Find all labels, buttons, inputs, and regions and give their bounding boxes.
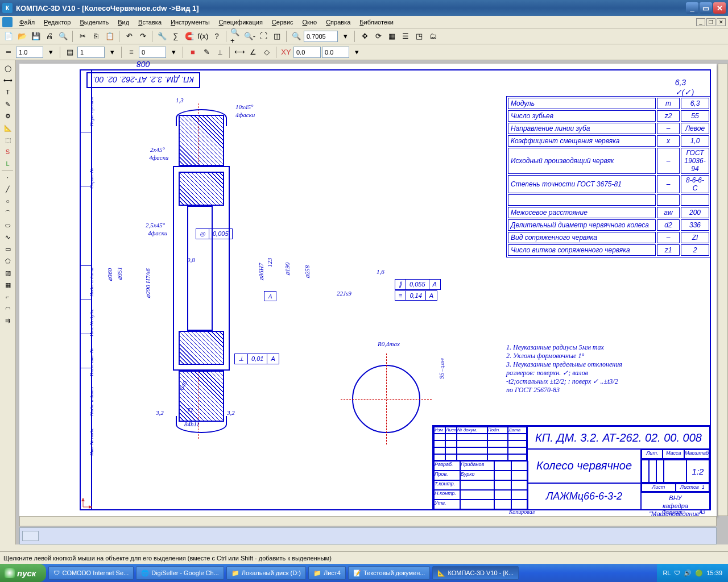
pan-icon[interactable]: ✥ [358,30,371,43]
rect-icon[interactable]: ▭ [2,243,14,255]
tray-icon[interactable]: 🛡 [674,569,680,576]
task-sheet[interactable]: 📁 Лист4 [308,566,346,580]
measure-icon[interactable]: 📐 [2,122,14,134]
tree-icon[interactable]: 🗂 [427,30,439,43]
ortho-icon[interactable]: ⟂ [214,46,226,59]
hatch2-icon[interactable]: ▦ [2,279,14,290]
poly-icon[interactable]: ⬠ [2,255,14,267]
select-icon[interactable]: ⬚ [2,134,14,146]
lib-icon[interactable]: L [2,158,14,169]
layer-input[interactable]: 1 [77,47,105,58]
param-icon[interactable]: ⚙ [2,110,14,122]
fx-icon[interactable]: f(x) [197,30,209,43]
redo-icon[interactable]: ↷ [136,30,149,43]
color-icon[interactable]: ■ [187,46,199,59]
start-button[interactable]: пуск [0,564,46,582]
tray-icon[interactable]: 🔊 [684,569,692,577]
spline-icon[interactable]: ∿ [2,231,14,243]
style-dd[interactable]: ▾ [167,46,180,59]
new-icon[interactable]: 📄 [2,30,15,43]
paste-icon[interactable]: 📋 [104,30,116,43]
task-disk[interactable]: 📁 Локальный диск (D:) [226,566,306,580]
menu-editor[interactable]: Редактор [39,18,75,27]
task-chrome[interactable]: 🌐 DigiSeller - Google Ch... [136,566,224,580]
vars-icon[interactable]: ∑ [169,30,182,43]
snap-icon[interactable]: ✎ [200,46,213,59]
line-icon[interactable]: ╱ [2,184,14,195]
cut-icon[interactable]: ✂ [76,30,89,43]
point-icon[interactable]: · [2,172,14,183]
menu-view[interactable]: Вид [113,18,134,27]
grid-icon[interactable]: ▦ [386,30,398,43]
offset-icon[interactable]: ⇉ [2,315,14,326]
mdi-restore[interactable]: ❐ [706,18,715,26]
maximize-button[interactable]: ▭ [700,2,712,14]
undo-icon[interactable]: ↶ [123,30,135,43]
chamfer-icon[interactable]: ⌐ [2,291,14,302]
system-tray[interactable]: RL 🛡 🔊 🟢 15:39 [657,564,728,582]
zoom-fit-icon[interactable]: ⛶ [257,30,270,43]
linewidth-input[interactable]: 1.0 [16,47,43,58]
task-kompas[interactable]: 📐 КОМПАС-3D V10 - [К... [432,566,519,580]
clock[interactable]: 15:39 [706,569,722,576]
arc-icon[interactable]: ⌒ [2,207,14,219]
geom-icon[interactable]: ◯ [2,63,14,74]
menu-tools[interactable]: Инструменты [166,18,214,27]
hatch-icon[interactable]: ▨ [2,267,14,278]
menu-window[interactable]: Окно [298,18,322,27]
zoom-prev-icon[interactable]: 🔍 [290,30,303,43]
zoom-in-icon[interactable]: 🔍+ [230,30,242,43]
open-icon[interactable]: 📂 [16,30,28,43]
angle-icon[interactable]: ∠ [247,46,259,59]
coord-dd[interactable]: ▾ [350,46,363,59]
style-icon[interactable]: ≡ [125,46,138,59]
fillet-icon[interactable]: ◠ [2,303,14,314]
menu-service[interactable]: Сервис [267,18,298,27]
zoom-dd-icon[interactable]: ▾ [339,30,351,43]
mdi-min[interactable]: _ [696,18,705,26]
drawing-canvas[interactable]: КП. ДМ. 3.2. АТ-262. 02. 00. 008 Перв. п… [19,64,717,516]
menu-help[interactable]: Справка [321,18,355,27]
magnet-icon[interactable]: 🧲 [183,30,196,43]
props-icon[interactable]: 🔧 [156,30,168,43]
style-input[interactable]: 0 [139,47,166,58]
linestyle-icon[interactable]: ━ [2,46,15,59]
ellipse-icon[interactable]: ⬭ [2,219,14,231]
text-icon[interactable]: T [2,86,14,98]
zoom-window-icon[interactable]: ◫ [271,30,283,43]
tray-icon[interactable]: 🟢 [695,569,703,577]
minimize-button[interactable]: _ [686,2,698,14]
dim-icon[interactable]: ⟷ [233,46,246,59]
menu-spec[interactable]: Спецификация [214,18,267,27]
page-tab-1[interactable] [22,531,39,541]
menu-insert[interactable]: Вставка [134,18,166,27]
vscroll[interactable] [718,64,728,516]
zoom-input[interactable]: 0.7005 [304,31,338,42]
edit-icon[interactable]: ✎ [2,98,14,110]
spec-icon[interactable]: S [2,146,14,157]
coord-icon[interactable]: XY [280,46,292,59]
task-notepad[interactable]: 📝 Текстовый докумен... [348,566,430,580]
print-icon[interactable]: 🖨 [43,30,56,43]
preview-icon[interactable]: 🔍 [57,30,69,43]
mdi-close[interactable]: ✕ [717,18,726,26]
zoom-out-icon[interactable]: 🔍- [243,30,256,43]
help-icon[interactable]: ? [210,30,223,43]
save-icon[interactable]: 💾 [30,30,42,43]
y-input[interactable]: 0.0 [322,47,349,58]
close-button[interactable]: ✕ [713,2,726,14]
x-input[interactable]: 0.0 [293,47,321,58]
menu-file[interactable]: Файл [15,18,39,27]
lang-indicator[interactable]: RL [663,569,671,576]
layers-icon[interactable]: ☰ [399,30,412,43]
redraw-icon[interactable]: ⟳ [372,30,384,43]
layer-icon[interactable]: ▤ [64,46,76,59]
linewidth-dd[interactable]: ▾ [44,46,57,59]
snap2-icon[interactable]: ◇ [260,46,273,59]
circle-icon[interactable]: ○ [2,196,14,207]
layer-dd[interactable]: ▾ [106,46,118,59]
hscroll[interactable] [19,516,717,526]
views-icon[interactable]: ◳ [413,30,425,43]
dim2-icon[interactable]: ⟷ [2,74,14,86]
menu-libs[interactable]: Библиотеки [355,18,398,27]
